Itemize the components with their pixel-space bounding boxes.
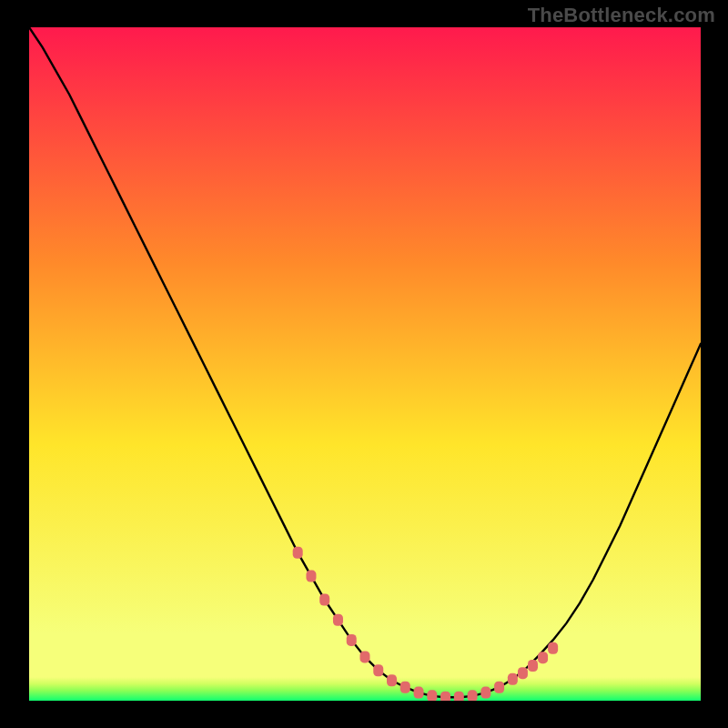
gradient-background: [29, 27, 701, 701]
marker-dot: [319, 594, 329, 606]
marker-dot: [414, 687, 424, 699]
chart-frame: TheBottleneck.com: [0, 0, 728, 728]
marker-dot: [528, 660, 538, 672]
plot-area: [29, 27, 701, 701]
marker-dot: [347, 634, 357, 646]
plot-svg: [29, 27, 701, 701]
marker-dot: [494, 682, 504, 693]
marker-dot: [454, 692, 464, 701]
marker-dot: [360, 651, 370, 662]
watermark-text: TheBottleneck.com: [528, 4, 715, 27]
marker-dot: [306, 571, 316, 582]
marker-dot: [518, 667, 528, 679]
marker-dot: [400, 682, 410, 693]
marker-dot: [548, 642, 558, 654]
marker-dot: [440, 692, 450, 701]
marker-dot: [508, 673, 518, 685]
marker-dot: [373, 664, 383, 676]
marker-dot: [468, 690, 478, 701]
marker-dot: [538, 652, 548, 663]
marker-dot: [293, 547, 303, 559]
marker-dot: [387, 674, 397, 686]
marker-dot: [427, 690, 437, 701]
marker-dot: [333, 614, 343, 626]
marker-dot: [480, 687, 490, 699]
